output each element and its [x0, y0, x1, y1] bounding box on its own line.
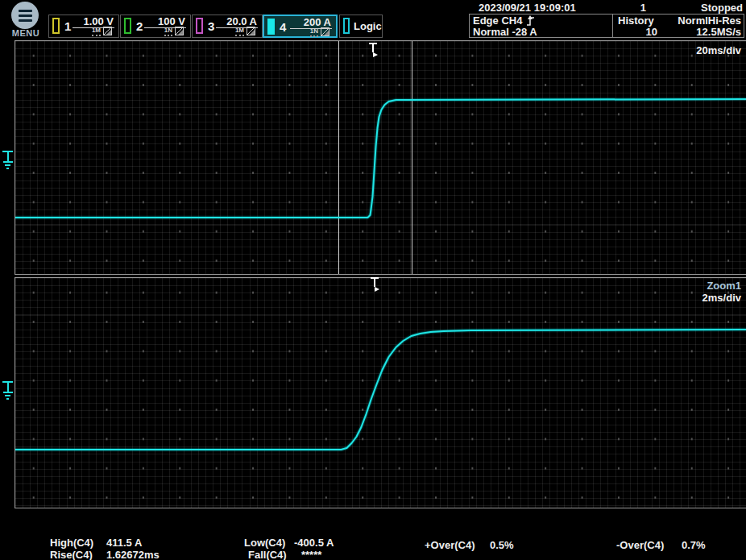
probe-icon: [321, 27, 329, 36]
record-mode: NormlHi-Res: [678, 15, 741, 27]
acquisition-settings[interactable]: History NormlHi-Res 10 12.5MS/s: [614, 15, 744, 37]
channel-1-button[interactable]: 1 1.00 V 1M: [48, 15, 119, 38]
channel-4-button[interactable]: 4 200 A 1N: [263, 15, 338, 38]
rising-edge-icon: [526, 15, 535, 26]
main-waveform-window: 20ms/div: [15, 40, 746, 275]
channel-3-color-tab: [196, 18, 203, 34]
channel-4-number: 4: [280, 20, 286, 34]
measure-high-value: 411.5 A: [106, 537, 142, 549]
measure-rise-value: 1.62672ms: [106, 549, 160, 560]
probe-icon: [103, 27, 112, 35]
channel-2-input-icons: 1N: [164, 27, 184, 36]
impedance-icon: 1M: [235, 27, 244, 36]
channel-2-button[interactable]: 2 100 V 1N: [120, 15, 191, 38]
measure-fall-value: *****: [301, 549, 321, 560]
zoom-window-title: Zoom1: [707, 280, 741, 292]
measure-high-label: High(C4): [50, 537, 93, 549]
trigger-settings[interactable]: Edge CH4 Normal -28 A: [470, 15, 613, 37]
channel-3-number: 3: [208, 19, 214, 33]
main-timebase-label: 20ms/div: [696, 44, 741, 56]
impedance-icon: 1N: [164, 27, 172, 36]
channel-1-number: 1: [64, 19, 71, 33]
datetime: 2023/09/21 19:09:01: [479, 2, 576, 14]
impedance-icon: 1M: [92, 27, 101, 36]
trigger-acquisition-info: Edge CH4 Normal -28 A History NormlHi-Re…: [469, 14, 744, 38]
history-count: 10: [635, 26, 657, 38]
measurement-readouts: High(C4) 411.5 A Rise(C4) 1.62672ms Low(…: [0, 508, 746, 560]
channel-2-number: 2: [136, 19, 143, 33]
main-waveform-plot: [15, 41, 746, 274]
probe-icon: [175, 27, 184, 35]
ch4-trace-zoom: [15, 330, 746, 450]
measure-nover-label: -Over(C4): [616, 539, 664, 551]
zoom-waveform-plot: [15, 278, 746, 508]
trigger-mode-source: Edge CH4: [473, 15, 522, 27]
menu-label: MENU: [6, 28, 45, 38]
impedance-icon: 1N: [310, 27, 318, 37]
measure-pover-label: +Over(C4): [425, 539, 475, 551]
channel-2-color-tab: [124, 18, 131, 34]
ch4-ground-marker-zoom[interactable]: [1, 379, 15, 403]
channel-1-input-icons: 1M: [92, 27, 112, 36]
measure-low-label: Low(C4): [244, 537, 285, 549]
acquisition-count: 1: [606, 2, 646, 14]
measure-low-value: -400.5 A: [294, 537, 334, 549]
channel-4-input-icons: 1N: [310, 27, 329, 37]
channel-3-input-icons: 1M: [235, 27, 255, 36]
measure-nover-value: 0.7%: [682, 539, 706, 551]
zoom-timebase-label: 2ms/div: [702, 292, 741, 304]
measure-rise-label: Rise(C4): [50, 549, 93, 560]
history-label: History: [618, 15, 654, 27]
channel-4-color-tab: [267, 19, 275, 35]
sample-rate: 12.5MS/s: [696, 26, 741, 38]
trigger-condition: Normal -28 A: [473, 26, 537, 38]
probe-icon: [247, 27, 255, 35]
oscilloscope-screen: MENU 1 1.00 V 1M 2 100 V 1N 3: [0, 0, 746, 560]
zoom-trigger-position-marker[interactable]: [369, 276, 380, 294]
logic-color-tab: [343, 18, 350, 34]
logic-label: Logic: [354, 20, 382, 32]
measure-pover-value: 0.5%: [490, 539, 514, 551]
channel-1-color-tab: [52, 18, 60, 34]
status-row: 2023/09/21 19:09:01 1 Stopped: [469, 2, 744, 14]
channel-3-button[interactable]: 3 20.0 A 1M: [192, 15, 263, 38]
ch4-trace-main: [15, 99, 746, 218]
menu-button[interactable]: MENU: [6, 2, 45, 37]
trigger-position-marker[interactable]: [367, 42, 379, 60]
zoom-waveform-window: Zoom1 2ms/div: [15, 277, 746, 508]
ch4-ground-marker-main[interactable]: [1, 148, 15, 172]
hamburger-icon: [11, 2, 39, 29]
run-state: Stopped: [701, 2, 743, 14]
logic-button[interactable]: Logic: [339, 15, 383, 38]
measure-fall-label: Fall(C4): [248, 549, 287, 560]
